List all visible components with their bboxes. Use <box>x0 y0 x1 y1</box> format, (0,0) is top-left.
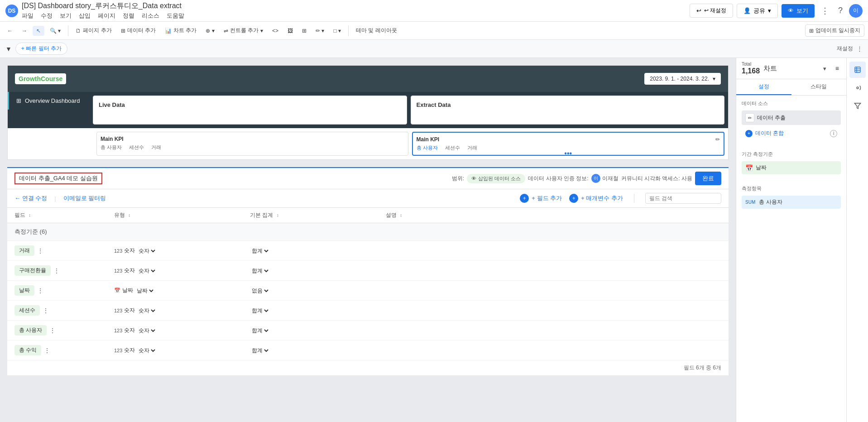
user-avatar: 이 <box>591 174 600 183</box>
field-agg-cell-1: 합계 <box>243 261 379 281</box>
data-source-item-1[interactable]: ✏ 데이터 추출 <box>742 110 841 125</box>
field-menu-btn-2[interactable]: ⋮ <box>37 287 43 294</box>
add-control-button[interactable]: ⇌ 컨트롤 추가 ▾ <box>220 25 267 36</box>
field-menu-btn-5[interactable]: ⋮ <box>44 347 50 354</box>
toolbar: ← → ↖ 🔍 ▾ 🗋 페이지 추가 ⊞ 데이터 추가 📊 차트 추가 ⊕ ▾ … <box>0 22 868 40</box>
sidebar-item-overview[interactable]: ⊞ Overview Dashboard <box>8 92 89 110</box>
done-button[interactable]: 완료 <box>695 172 721 185</box>
divider-1 <box>68 25 68 36</box>
menu-insert[interactable]: 삽입 <box>79 12 91 20</box>
side-icon-data[interactable] <box>849 62 866 78</box>
page-title: [DS] Dashboard story_루커스튜디오_Data extract <box>22 1 686 11</box>
agg-select-0[interactable]: 합계 <box>250 247 270 254</box>
metric-item[interactable]: SUM 총 사용자 <box>742 196 841 209</box>
report-page: GrowthCourse 2023. 9. 1. - 2024. 3. 22. … <box>7 65 729 160</box>
th-description: 설명 ↕ <box>379 208 729 223</box>
add-field-button[interactable]: + + 필드 추가 <box>520 194 562 203</box>
kpi-area: Main KPI 총 사용자 세션수 거래 Main KPI ✏ <box>8 128 728 159</box>
menu-page[interactable]: 페이지 <box>98 12 115 20</box>
report-date-filter[interactable]: 2023. 9. 1. - 2024. 3. 22. ▾ <box>644 73 721 85</box>
menu-arrange[interactable]: 정렬 <box>123 12 134 20</box>
type-select-2[interactable]: 날짜 <box>135 287 155 294</box>
chart-dropdown-button[interactable]: ▾ <box>823 65 826 72</box>
chart-tabs: 설정 스타일 <box>736 79 846 96</box>
sort-desc-icon[interactable]: ↕ <box>400 213 402 218</box>
side-icon-properties[interactable] <box>849 80 866 96</box>
menu-file[interactable]: 파일 <box>22 12 34 20</box>
redo-button[interactable]: → <box>18 26 31 36</box>
th-aggregate: 기본 집계 ↕ <box>243 208 379 223</box>
field-menu-btn-1[interactable]: ⋮ <box>53 267 60 274</box>
add-code-button[interactable]: <> <box>269 26 282 36</box>
reset-button[interactable]: ↩ ↩ 재설정 <box>690 4 733 18</box>
data-source-item-2[interactable]: + 데이터 혼합 i <box>742 127 841 140</box>
title-actions: ↩ ↩ 재설정 👤 공유 ▾ 👁 보기 ⋮ ? 이 <box>690 3 863 19</box>
filter-icon: ▼ <box>5 45 12 53</box>
sort-agg-icon[interactable]: ↕ <box>277 213 279 218</box>
update-pause-button[interactable]: ⊞ 업데이트 일시중지 <box>805 24 864 37</box>
menu-edit[interactable]: 수정 <box>41 12 53 20</box>
menu-bar: 파일 수정 보기 삽입 페이지 정렬 리소스 도움말 <box>22 12 686 20</box>
agg-select-4[interactable]: 합계 <box>250 327 270 334</box>
type-select-5[interactable]: 숫자 <box>137 347 157 354</box>
agg-select-1[interactable]: 합계 <box>250 267 270 274</box>
type-select-4[interactable]: 숫자 <box>137 327 157 334</box>
agg-select-2[interactable]: 없음 <box>250 287 270 294</box>
tab-settings[interactable]: 설정 <box>736 79 791 95</box>
field-type-cell-3: 123 숫자 숫자 <box>107 301 243 321</box>
field-menu-btn-3[interactable]: ⋮ <box>43 307 49 314</box>
date-period-item[interactable]: 📅 날짜 <box>742 161 841 174</box>
menu-view[interactable]: 보기 <box>60 12 72 20</box>
add-chart-button[interactable]: 📊 차트 추가 <box>161 25 200 36</box>
field-menu-btn-0[interactable]: ⋮ <box>37 247 43 254</box>
theme-layout-button[interactable]: 테마 및 레이아웃 <box>352 25 401 36</box>
add-image-button[interactable]: 🖼 <box>284 26 297 36</box>
field-type-cell-5: 123 숫자 숫자 <box>107 340 243 360</box>
filter-reset-label[interactable]: 재설정 <box>837 45 853 53</box>
field-agg-cell-4: 합계 <box>243 321 379 340</box>
menu-resource[interactable]: 리소스 <box>142 12 159 20</box>
type-select-1[interactable]: 숫자 <box>137 267 157 274</box>
sort-type-icon[interactable]: ↕ <box>128 213 130 218</box>
share-button[interactable]: 👤 공유 ▾ <box>737 4 778 18</box>
more-button[interactable]: ⋮ <box>818 3 832 19</box>
th-type: 유형 ↕ <box>107 208 243 223</box>
menu-help[interactable]: 도움말 <box>167 12 184 20</box>
zoom-tool[interactable]: 🔍 ▾ <box>46 26 64 36</box>
help-button[interactable]: ? <box>835 3 845 18</box>
cursor-tool[interactable]: ↖ <box>33 26 44 36</box>
type-select-0[interactable]: 숫자 <box>137 247 157 254</box>
side-icon-filter[interactable] <box>849 98 866 114</box>
data-panel-icon[interactable]: ≡ <box>834 63 841 74</box>
svg-marker-5 <box>854 103 860 109</box>
agg-select-5[interactable]: 합계 <box>250 347 270 354</box>
filter-bar: ▼ + 빠른 필터 추가 재설정 ⋮ <box>0 40 868 58</box>
add-table-button[interactable]: ⊞ <box>298 26 310 36</box>
table-row: 세션수 ⋮ 123 숫자 숫자 합계 <box>7 301 729 321</box>
tab-style[interactable]: 스타일 <box>791 79 847 95</box>
type-select-3[interactable]: 숫자 <box>137 307 157 314</box>
sub-divider <box>634 194 634 203</box>
filter-more-button[interactable]: ⋮ <box>857 45 863 52</box>
add-calc-field-button[interactable]: + + 매개변수 추가 <box>569 194 623 203</box>
field-agg-cell-3: 합계 <box>243 301 379 321</box>
add-page-button[interactable]: 🗋 페이지 추가 <box>72 25 115 36</box>
sort-field-icon[interactable]: ↕ <box>29 213 31 218</box>
field-menu-btn-4[interactable]: ⋮ <box>49 327 56 334</box>
add-filter-button[interactable]: + 빠른 필터 추가 <box>15 43 67 55</box>
agg-select-3[interactable]: 합계 <box>250 307 270 314</box>
view-button[interactable]: 👁 보기 <box>782 4 815 18</box>
date-period-title: 기간 측정기준 <box>742 151 841 158</box>
add-shape-button[interactable]: ⊕ ▾ <box>202 26 218 36</box>
kpi-edit-icon[interactable]: ✏ <box>715 136 720 143</box>
bottom-panel-header: 데이터 추출_GA4 데모 실습원 범위: 👁 삽입된 데이터 소스 데이터 사… <box>7 168 729 189</box>
bottom-panel: 데이터 추출_GA4 데모 실습원 범위: 👁 삽입된 데이터 소스 데이터 사… <box>7 167 729 375</box>
add-draw-button[interactable]: ✏ ▾ <box>312 26 328 36</box>
undo-button[interactable]: ← <box>4 26 16 36</box>
add-data-button[interactable]: ⊞ 데이터 추가 <box>117 25 159 36</box>
field-search-input[interactable] <box>645 193 721 204</box>
email-filter-button[interactable]: 이메일로 필터링 <box>63 194 106 202</box>
back-button[interactable]: ← 연결 수정 <box>14 194 47 202</box>
add-rect-button[interactable]: □ ▾ <box>330 26 345 36</box>
field-desc-cell-0 <box>379 241 729 261</box>
